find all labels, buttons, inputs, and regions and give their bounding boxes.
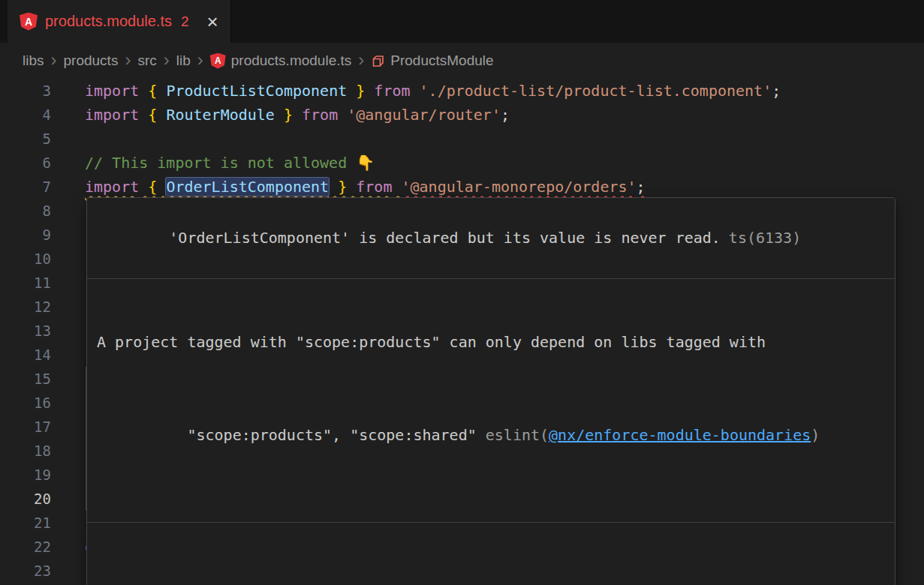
breadcrumb-item-products[interactable]: products: [64, 52, 119, 69]
code-line-3[interactable]: 3import { ProductListComponent } from '.…: [0, 79, 924, 103]
line-number: 23: [0, 559, 51, 583]
close-icon[interactable]: ×: [207, 12, 218, 32]
vscode-window: A products.module.ts 2 × libs › products…: [0, 0, 924, 585]
breadcrumb-item-file[interactable]: A products.module.ts: [210, 52, 352, 69]
class-symbol-icon: [371, 54, 385, 68]
breadcrumb-item-src[interactable]: src: [137, 52, 156, 69]
code-line-4[interactable]: 4import { RouterModule } from '@angular/…: [0, 103, 924, 127]
line-number: 22: [0, 535, 51, 559]
tab-title: products.module.ts: [45, 13, 172, 30]
code-line-6[interactable]: 6// This import is not allowed 👇: [0, 151, 924, 175]
line-number: 15: [0, 367, 51, 391]
line-number: 11: [0, 271, 51, 295]
line-number: 4: [0, 103, 51, 127]
code-token: 👇: [356, 154, 375, 172]
line-number: 19: [0, 463, 51, 487]
code-token: './product-list/product-list.component': [420, 82, 772, 100]
code-token: }: [356, 82, 365, 100]
line-number: 17: [0, 415, 51, 439]
code-token: [139, 106, 148, 124]
code-token: {: [148, 82, 157, 100]
code-line-7[interactable]: 7import { OrderListComponent } from '@an…: [0, 175, 924, 199]
angular-file-icon: A: [20, 13, 38, 31]
ts-diagnostic-code: ts(6133): [729, 229, 801, 247]
eslint-source-suffix: ): [811, 426, 820, 444]
line-number: 10: [0, 247, 51, 271]
code-token: '@angular-monorepo/orders': [402, 178, 637, 196]
chevron-right-icon: ›: [51, 51, 57, 71]
code-token: [275, 106, 284, 124]
code-token: [365, 82, 374, 100]
breadcrumb: libs › products › src › lib › A products…: [0, 43, 924, 79]
code-token: [392, 178, 401, 196]
code-token: ProductListComponent: [166, 82, 347, 100]
code-token: {: [148, 106, 157, 124]
ts-diagnostic-message: 'OrderListComponent' is declared but its…: [169, 229, 721, 247]
code-token: ;: [501, 106, 510, 124]
code-token: {: [148, 178, 157, 196]
code-token: }: [338, 178, 347, 196]
code-token: [293, 106, 302, 124]
code-token: [157, 106, 166, 124]
breadcrumb-item-libs[interactable]: libs: [23, 52, 44, 69]
line-number: 21: [0, 511, 51, 535]
tab-bar: A products.module.ts 2 ×: [0, 0, 924, 43]
code-token: [347, 82, 356, 100]
code-token: import: [85, 82, 139, 100]
eslint-message-line2: "scope:products", "scope:shared": [187, 426, 485, 444]
line-number: 12: [0, 295, 51, 319]
eslint-message-line1: A project tagged with "scope:products" c…: [97, 331, 885, 354]
code-token: [139, 178, 148, 196]
code-token: ;: [772, 82, 781, 100]
angular-icon-letter: A: [25, 16, 32, 28]
code-token: OrderListComponent: [166, 178, 329, 196]
code-token: [157, 82, 166, 100]
line-number: 14: [0, 343, 51, 367]
code-token: ;: [637, 178, 646, 196]
code-token: }: [284, 106, 293, 124]
code-token: [338, 106, 347, 124]
chevron-right-icon: ›: [197, 51, 203, 71]
line-number: 6: [0, 151, 51, 175]
hover-module-info: module "/Users/isaac/Documents/code/nx-r…: [87, 523, 895, 585]
angular-file-icon: A: [210, 53, 226, 69]
code-token: from: [356, 178, 392, 196]
breadcrumb-item-lib[interactable]: lib: [176, 52, 191, 69]
hover-ts-diagnostic: 'OrderListComponent' is declared but its…: [87, 198, 895, 278]
code-token: '@angular/router': [347, 106, 501, 124]
code-token: RouterModule: [166, 106, 275, 124]
code-line-5[interactable]: 5: [0, 127, 924, 151]
diagnostics-hover: 'OrderListComponent' is declared but its…: [86, 197, 895, 585]
chevron-right-icon: ›: [125, 51, 131, 71]
code-token: // This import is not allowed: [85, 154, 356, 172]
line-number: 7: [0, 175, 51, 199]
line-number: 18: [0, 439, 51, 463]
eslint-rule-link[interactable]: @nx/enforce-module-boundaries: [549, 426, 811, 444]
line-number: 8: [0, 199, 51, 223]
line-number: 13: [0, 319, 51, 343]
tab-products-module-ts[interactable]: A products.module.ts 2 ×: [8, 0, 231, 43]
code-token: import: [85, 178, 139, 196]
code-token: from: [374, 82, 410, 100]
eslint-source-prefix: eslint(: [486, 426, 549, 444]
code-token: [329, 178, 338, 196]
line-number: 9: [0, 223, 51, 247]
editor[interactable]: 3import { ProductListComponent } from '.…: [0, 79, 924, 585]
code-token: import: [85, 106, 139, 124]
chevron-right-icon: ›: [358, 51, 364, 71]
code-token: from: [302, 106, 338, 124]
line-number: 5: [0, 127, 51, 151]
chevron-right-icon: ›: [164, 51, 170, 71]
tab-problems-badge: 2: [181, 14, 189, 30]
breadcrumb-item-symbol-productsmodule[interactable]: ProductsModule: [371, 52, 493, 69]
code-token: [139, 82, 148, 100]
code-token: [347, 178, 356, 196]
line-number: 20: [0, 487, 51, 511]
hover-eslint-diagnostic: A project tagged with "scope:products" c…: [87, 279, 895, 522]
line-number: 3: [0, 79, 51, 103]
code-token: [157, 178, 166, 196]
code-token: [411, 82, 420, 100]
line-number: 16: [0, 391, 51, 415]
